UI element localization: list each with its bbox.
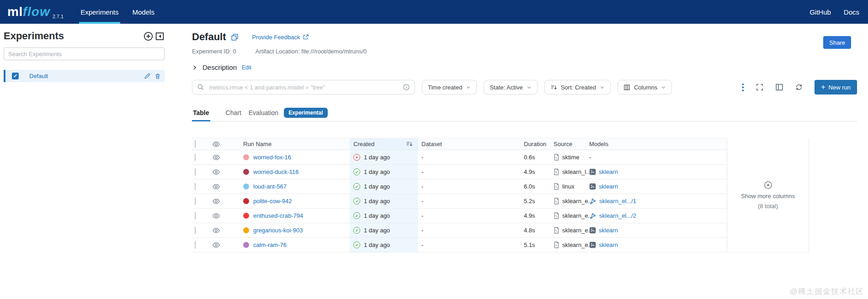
table-row: enthused-crab-794 ✓ 1 day ago - 4.9s skl… xyxy=(192,209,727,223)
select-all-checkbox[interactable] xyxy=(195,140,196,148)
run-status-icon: ✓ xyxy=(353,227,360,234)
tab-chart[interactable]: Chart xyxy=(225,106,242,121)
logo-text-ml: ml xyxy=(7,5,23,19)
row-checkbox[interactable] xyxy=(195,241,196,249)
source-cell: sklearn_e... xyxy=(551,227,586,234)
source-cell: sktime xyxy=(551,154,586,161)
model-link[interactable]: sklearn xyxy=(599,168,618,175)
experiment-name-link[interactable]: Default xyxy=(29,73,140,79)
column-header-duration[interactable]: Duration xyxy=(521,141,551,147)
nav-link-docs[interactable]: Docs xyxy=(837,0,868,24)
experiments-sidebar: Experiments ✓ Default xyxy=(0,24,168,299)
model-link-wrap[interactable]: sklearn_el.../1 xyxy=(589,198,636,205)
row-checkbox[interactable] xyxy=(195,183,196,190)
table-row: worried-fox-16 × 1 day ago - 0.6s sktime… xyxy=(192,150,727,165)
created-cell-text: 1 day ago xyxy=(364,198,390,205)
nav-tab-models[interactable]: Models xyxy=(126,0,161,24)
table-row: worried-duck-116 ✓ 1 day ago - 4.9s skle… xyxy=(192,165,727,179)
runs-filter-input[interactable] xyxy=(208,84,399,91)
experiment-search-input[interactable] xyxy=(4,47,165,60)
nav-link-github[interactable]: GitHub xyxy=(803,0,837,24)
row-checkbox[interactable] xyxy=(195,168,196,176)
run-name-link[interactable]: worried-duck-116 xyxy=(253,168,298,175)
runs-search-box[interactable] xyxy=(192,80,415,94)
collapse-sidebar-button[interactable] xyxy=(155,31,165,41)
table-row: gregarious-koi-903 ✓ 1 day ago - 4.8s sk… xyxy=(192,223,727,238)
model-link[interactable]: sklearn xyxy=(599,183,618,190)
time-created-filter-button[interactable]: Time created xyxy=(422,80,477,94)
model-link-wrap[interactable]: sklearn xyxy=(589,168,618,175)
column-header-models[interactable]: Models xyxy=(586,141,727,147)
run-name-link[interactable]: worried-fox-16 xyxy=(253,154,291,161)
run-color-dot xyxy=(243,242,249,248)
tab-evaluation[interactable]: Evaluation xyxy=(248,106,279,121)
new-run-button[interactable]: + New run xyxy=(815,80,857,94)
row-visibility-toggle[interactable] xyxy=(208,197,224,205)
created-cell-text: 1 day ago xyxy=(364,154,390,161)
column-header-source[interactable]: Source xyxy=(551,141,586,147)
sort-descending-icon xyxy=(406,141,413,147)
description-edit-link[interactable]: Edit xyxy=(242,64,251,71)
more-options-button[interactable] xyxy=(742,83,744,92)
provide-feedback-link[interactable]: Provide Feedback xyxy=(252,34,309,41)
row-visibility-toggle[interactable] xyxy=(208,212,224,220)
nav-tab-models-label: Models xyxy=(133,8,154,16)
nav-tab-experiments[interactable]: Experiments xyxy=(74,0,125,24)
description-expand-button[interactable] xyxy=(192,65,197,70)
tab-table[interactable]: Table xyxy=(192,106,210,121)
row-visibility-toggle[interactable] xyxy=(208,241,224,249)
run-name-link[interactable]: calm-ram-76 xyxy=(253,241,287,248)
experiment-checkbox[interactable]: ✓ xyxy=(12,73,19,79)
model-link[interactable]: sklearn xyxy=(599,241,618,248)
model-link-wrap[interactable]: sklearn xyxy=(589,227,618,234)
run-status-icon: ✓ xyxy=(353,241,360,248)
row-visibility-toggle[interactable] xyxy=(208,153,224,162)
rename-experiment-button[interactable] xyxy=(144,73,151,79)
check-icon: ✓ xyxy=(13,73,17,79)
state-filter-button[interactable]: State: Active xyxy=(484,80,537,94)
table-row: polite-cow-942 ✓ 1 day ago - 5.2s sklear… xyxy=(192,194,727,209)
run-name-link[interactable]: polite-cow-942 xyxy=(253,198,292,205)
visibility-eye-icon xyxy=(212,197,220,205)
copy-experiment-name-button[interactable] xyxy=(231,33,239,41)
run-color-dot xyxy=(243,154,249,160)
model-link[interactable]: sklearn xyxy=(599,227,618,234)
fullscreen-button[interactable] xyxy=(756,83,764,91)
dots-vertical-icon xyxy=(742,83,744,92)
row-checkbox[interactable] xyxy=(195,226,196,234)
row-visibility-toggle[interactable] xyxy=(208,226,224,235)
duration-cell: 6.0s xyxy=(521,183,551,190)
create-experiment-button[interactable] xyxy=(144,31,153,41)
model-link[interactable]: sklearn_el.../1 xyxy=(599,198,636,205)
model-link-wrap[interactable]: sklearn xyxy=(589,241,618,248)
run-name-link[interactable]: loud-ant-567 xyxy=(253,183,287,190)
column-header-run-name[interactable]: Run Name xyxy=(224,141,350,147)
duration-cell: 5.2s xyxy=(521,198,551,205)
column-header-created[interactable]: Created xyxy=(350,138,418,150)
row-visibility-toggle[interactable] xyxy=(208,183,224,191)
run-name-link[interactable]: gregarious-koi-903 xyxy=(253,227,303,234)
run-name-link[interactable]: enthused-crab-794 xyxy=(253,212,303,219)
show-more-columns-button[interactable]: Show more columns (8 total) xyxy=(727,138,809,252)
share-button[interactable]: Share xyxy=(823,36,851,49)
sort-button[interactable]: Sort: Created xyxy=(544,80,611,94)
model-link[interactable]: sklearn_el.../2 xyxy=(599,212,636,219)
copy-icon xyxy=(231,33,239,41)
delete-experiment-button[interactable] xyxy=(154,73,161,79)
toggle-side-panel-button[interactable] xyxy=(775,83,783,91)
columns-button[interactable]: Columns xyxy=(618,80,672,94)
row-visibility-toggle[interactable] xyxy=(208,168,224,176)
run-status-icon: ✓ xyxy=(353,183,360,190)
row-checkbox[interactable] xyxy=(195,153,196,161)
experiment-list-item-default[interactable]: ✓ Default xyxy=(4,70,165,82)
mlflow-logo[interactable]: ml flow 2.7.1 xyxy=(0,0,74,24)
refresh-button[interactable] xyxy=(795,83,803,91)
state-filter-label: State: Active xyxy=(490,84,522,91)
visibility-eye-icon xyxy=(212,168,220,176)
row-checkbox[interactable] xyxy=(195,212,196,220)
row-checkbox[interactable] xyxy=(195,197,196,205)
column-header-dataset[interactable]: Dataset xyxy=(418,141,521,147)
registered-model-icon xyxy=(589,198,596,205)
model-link-wrap[interactable]: sklearn xyxy=(589,183,618,190)
model-link-wrap[interactable]: sklearn_el.../2 xyxy=(589,212,636,220)
